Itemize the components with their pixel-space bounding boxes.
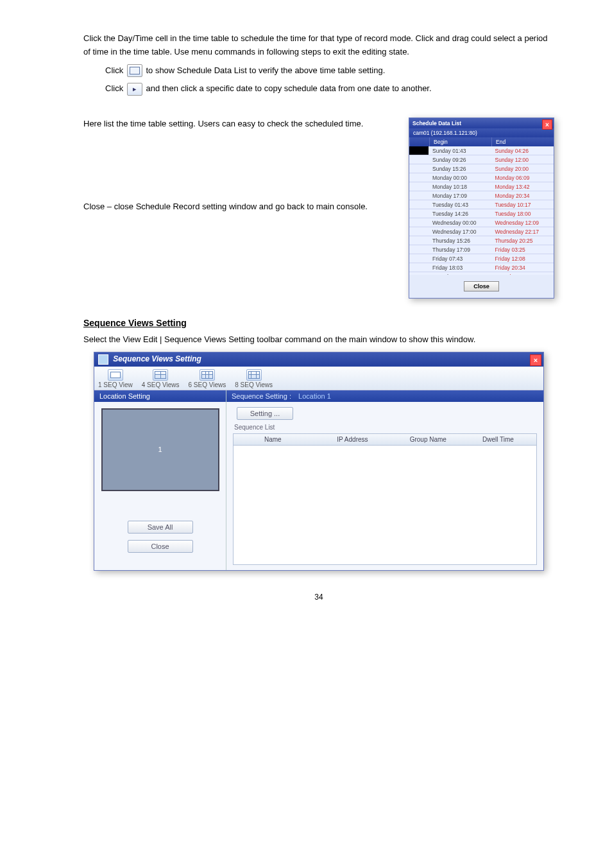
schedule-rows: Sunday 01:43Sunday 04:26 Sunday 09:26Sun… [409,146,554,275]
sequence-setting-head: Sequence Setting : Location 1 [226,390,543,402]
location-preview[interactable]: 1 [101,408,219,491]
camera-subtitle: cam01 (192.168.1.121:80) [409,128,554,137]
col-end: End [491,137,554,146]
sequence-views-window: Sequence Views Setting × 1 SEQ View 4 SE… [94,352,544,571]
preview-number: 1 [103,410,218,490]
schedule-list-icon [127,64,142,77]
text: and then click a specific date to copy s… [146,83,431,93]
location-setting-head: Location Setting [94,390,226,402]
grid-8-icon [246,369,262,381]
col-name: Name [260,434,333,445]
close-icon[interactable]: × [530,354,541,366]
col-ip: IP Address [333,434,405,445]
close-button[interactable]: Close [128,540,193,553]
text: Click [105,65,123,75]
paragraph-3: Close – close Schedule Record setting wi… [83,200,396,214]
window-titlebar: Schedule Data List × [409,118,554,128]
close-button[interactable]: Close [464,281,499,291]
grid-6-icon [200,369,215,381]
copy-schedule-icon [127,83,142,96]
close-icon[interactable]: × [542,119,552,130]
window-title: Sequence Views Setting [113,354,201,363]
paragraph-1: Click the Day/Time cell in the time tabl… [83,32,554,59]
col-group: Group Name [406,434,479,445]
location-label: Location 1 [298,392,331,400]
toolbar-8-seq-views[interactable]: 8 SEQ Views [235,369,273,388]
text: Click [105,83,123,93]
schedule-data-list-window: Schedule Data List × cam01 (192.168.1.12… [409,117,554,299]
toolbar-4-seq-views[interactable]: 4 SEQ Views [142,369,180,388]
text: to show Schedule Data List to verify the… [146,65,385,75]
toolbar-1-seq-view[interactable]: 1 SEQ View [98,369,133,388]
window-title: Schedule Data List [412,120,461,126]
section-heading: Sequence Views Setting [83,318,554,328]
toolbar-6-seq-views[interactable]: 6 SEQ Views [188,369,226,388]
save-all-button[interactable]: Save All [128,521,193,534]
col-begin: Begin [429,137,491,146]
grid-4-icon [153,369,168,381]
app-icon [98,354,108,365]
sequence-list-label: Sequence List [233,424,537,431]
grid-1-icon [108,369,123,381]
table-header: Begin End [409,137,554,146]
paragraph-2: Here list the time table setting. Users … [83,117,396,131]
sequence-list-body [233,446,537,565]
window-titlebar: Sequence Views Setting × [94,352,543,367]
col-dwell: Dwell Time [479,434,536,445]
page-number: 34 [83,593,554,602]
setting-button[interactable]: Setting ... [237,407,293,420]
view-toolbar: 1 SEQ View 4 SEQ Views 6 SEQ Views 8 SEQ… [94,367,543,390]
sequence-list-header: Name IP Address Group Name Dwell Time [233,433,537,446]
paragraph-4: Select the View Edit | Sequence Views Se… [83,333,554,347]
